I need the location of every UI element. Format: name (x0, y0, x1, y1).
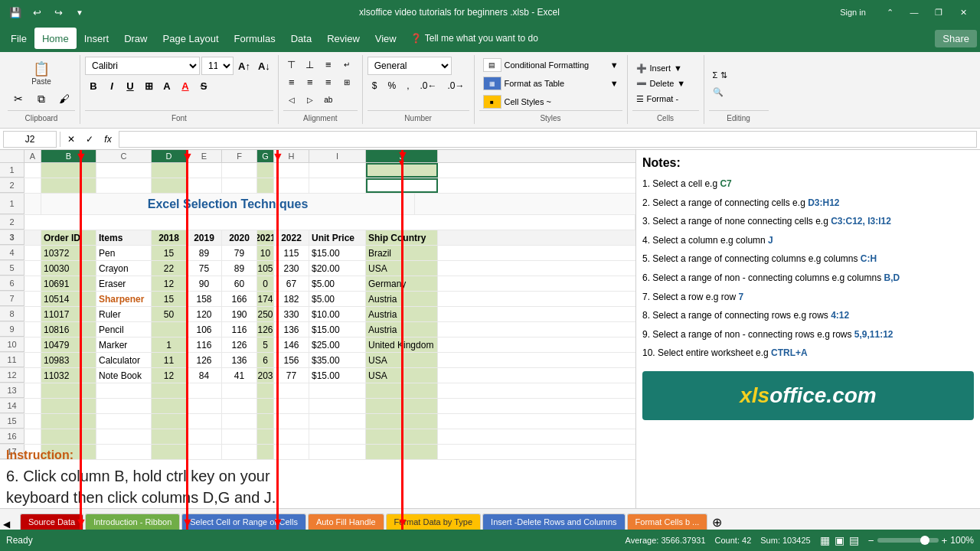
font-name-select[interactable]: Calibri (85, 57, 200, 75)
cell-C11[interactable]: Calculator (96, 353, 152, 367)
cell-G15[interactable] (257, 414, 274, 429)
sign-in-button[interactable]: Sign in (830, 3, 876, 21)
cell-C13[interactable] (96, 383, 152, 398)
cell-A13[interactable] (24, 383, 41, 398)
paste-button[interactable]: 📋 Paste (28, 60, 55, 88)
cell-D16[interactable] (152, 429, 187, 444)
page-layout-view-button[interactable]: ▣ (835, 534, 844, 546)
cell-F5[interactable]: 89 (222, 261, 257, 276)
cell-D15[interactable] (152, 414, 187, 429)
col-header-F[interactable]: F (222, 150, 257, 162)
cell-A15[interactable] (24, 414, 41, 429)
col-header-B[interactable]: B (41, 150, 96, 162)
cell-C2[interactable] (96, 178, 152, 193)
cell-B3[interactable]: Order ID (41, 230, 96, 245)
cell-F17[interactable] (222, 445, 257, 459)
cell-I4[interactable]: $15.00 (309, 246, 366, 260)
scroll-tabs-left[interactable]: ◀ (3, 519, 18, 530)
cell-H1[interactable] (274, 163, 309, 178)
cell-B11[interactable]: 10983 (41, 353, 96, 367)
increase-font-size-button[interactable]: A↑ (235, 57, 253, 74)
align-center-button[interactable]: ≡ (302, 74, 318, 90)
menu-view[interactable]: View (368, 28, 404, 49)
cell-I3[interactable]: Unit Price (309, 230, 366, 245)
customize-qat-icon[interactable]: ▼ (70, 3, 89, 21)
cell-E16[interactable] (187, 429, 222, 444)
formula-input[interactable] (119, 131, 977, 148)
row-header-1[interactable]: 1 (0, 163, 24, 178)
row-header-15[interactable]: 15 (0, 414, 24, 429)
menu-data[interactable]: Data (283, 28, 319, 49)
cell-F11[interactable]: 136 (222, 353, 257, 367)
col-header-H[interactable]: H (274, 150, 309, 162)
redo-icon[interactable]: ↪ (49, 3, 67, 21)
row-header-17[interactable]: 17 (0, 445, 24, 459)
cell-A6[interactable] (24, 276, 41, 291)
tab-auto-fill[interactable]: Auto Fill Handle (308, 514, 384, 530)
cell-G7[interactable]: 174 (257, 292, 274, 306)
cell-F2[interactable] (222, 178, 257, 193)
cell-B10[interactable]: 10479 (41, 337, 96, 352)
menu-page-layout[interactable]: Page Layout (155, 28, 227, 49)
cell-C3[interactable]: Items (96, 230, 152, 245)
align-right-button[interactable]: ≡ (320, 74, 337, 90)
title-merged-cell[interactable]: Excel Selection Techniques (41, 194, 415, 214)
cell-F14[interactable] (222, 399, 257, 413)
cell-D2[interactable] (152, 178, 187, 193)
cell-D10[interactable]: 1 (152, 337, 187, 352)
row-header-13[interactable]: 13 (0, 383, 24, 398)
cell-B2[interactable] (41, 178, 96, 193)
delete-dropdown[interactable]: ▼ (677, 79, 685, 88)
cell-J17[interactable] (366, 445, 438, 459)
cell-C5[interactable]: Crayon (96, 261, 152, 276)
cell-H9[interactable]: 136 (274, 322, 309, 337)
cell-J3[interactable]: Ship Country (366, 230, 438, 245)
cell-F16[interactable] (222, 429, 257, 444)
cell-G8[interactable]: 250 (257, 307, 274, 321)
cell-A11[interactable] (24, 353, 41, 367)
col-header-D[interactable]: D (152, 150, 187, 162)
cell-A2[interactable] (24, 178, 41, 193)
cell-J10[interactable]: United Kingdom (366, 337, 438, 352)
cell-H13[interactable] (274, 383, 309, 398)
italic-button[interactable]: I (103, 77, 120, 94)
cell-J12[interactable]: USA (366, 368, 438, 383)
cell-I17[interactable] (309, 445, 366, 459)
font-size-select[interactable]: 11 (201, 57, 234, 75)
cell-H2[interactable] (274, 178, 309, 193)
cell-C16[interactable] (96, 429, 152, 444)
cell-G10[interactable]: 5 (257, 337, 274, 352)
cell-C12[interactable]: Note Book (96, 368, 152, 383)
cell-J7[interactable]: Austria (366, 292, 438, 306)
cell-H16[interactable] (274, 429, 309, 444)
save-icon[interactable]: 💾 (6, 3, 24, 21)
cell-H12[interactable]: 77 (274, 368, 309, 383)
col-header-E[interactable]: E (187, 150, 222, 162)
row-header-16[interactable]: 16 (0, 429, 24, 444)
cell-D14[interactable] (152, 399, 187, 413)
orientation-button[interactable]: ab (320, 92, 337, 107)
cell-I6[interactable]: $5.00 (309, 276, 366, 291)
increase-decimal-button[interactable]: .0→ (443, 77, 469, 94)
cell-C10[interactable]: Marker (96, 337, 152, 352)
cell-I12[interactable]: $15.00 (309, 368, 366, 383)
cell-H7[interactable]: 182 (274, 292, 309, 306)
cell-B9[interactable]: 10816 (41, 322, 96, 337)
cell-C14[interactable] (96, 399, 152, 413)
cell-A5[interactable] (24, 261, 41, 276)
cell-C6[interactable]: Eraser (96, 276, 152, 291)
cell-B4[interactable]: 10372 (41, 246, 96, 260)
cell-D12[interactable]: 12 (152, 368, 187, 383)
cell-D13[interactable] (152, 383, 187, 398)
cell-B1[interactable] (41, 163, 96, 178)
cell-G2[interactable] (257, 178, 274, 193)
share-button[interactable]: Share (935, 30, 977, 47)
cell-J6[interactable]: Germany (366, 276, 438, 291)
insert-cells-button[interactable]: ➕ Insert ▼ (632, 62, 686, 75)
zoom-slider-thumb[interactable] (920, 536, 929, 545)
tab-introduction-ribbon[interactable]: Introduction - Ribbon (85, 514, 180, 530)
number-format-select[interactable]: General (368, 57, 452, 75)
col-header-J[interactable]: J ▼ (366, 150, 438, 162)
menu-insert[interactable]: Insert (77, 28, 117, 49)
cell-A14[interactable] (24, 399, 41, 413)
